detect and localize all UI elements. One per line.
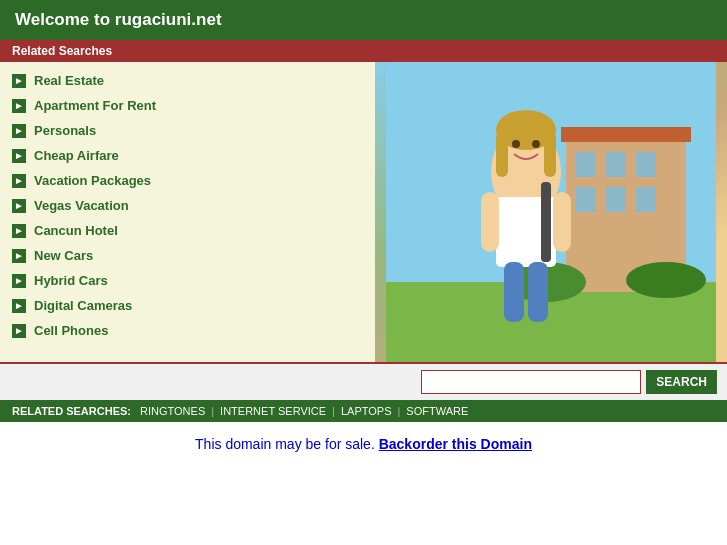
svg-rect-15 [496,132,508,177]
link-item-personals[interactable]: ►Personals [0,118,375,143]
svg-rect-6 [576,187,596,212]
link-bullet-icon: ► [12,249,26,263]
svg-rect-7 [606,187,626,212]
svg-rect-5 [636,152,656,177]
search-input[interactable] [421,370,641,394]
link-bullet-icon: ► [12,224,26,238]
link-text: Cancun Hotel [34,223,118,238]
bottom-related-bar: RELATED SEARCHES: RINGTONES|INTERNET SER… [0,400,727,422]
search-row: SEARCH [0,362,727,400]
link-item-cell-phones[interactable]: ►Cell Phones [0,318,375,343]
link-item-real-estate[interactable]: ►Real Estate [0,68,375,93]
svg-rect-24 [528,262,548,322]
svg-point-17 [512,140,520,148]
header-title: Welcome to rugaciuni.net [15,10,222,29]
link-text: Cheap Airfare [34,148,119,163]
svg-rect-20 [541,182,551,262]
svg-point-11 [626,262,706,298]
svg-rect-23 [504,262,524,322]
link-bullet-icon: ► [12,99,26,113]
hero-illustration [386,62,716,362]
link-bullet-icon: ► [12,299,26,313]
links-column: ►Real Estate►Apartment For Rent►Personal… [0,62,375,362]
link-text: Real Estate [34,73,104,88]
bottom-link-software[interactable]: SOFTWARE [406,405,468,417]
footer: This domain may be for sale. Backorder t… [0,422,727,466]
footer-text: This domain may be for sale. [195,436,375,452]
link-bullet-icon: ► [12,74,26,88]
link-item-hybrid-cars[interactable]: ►Hybrid Cars [0,268,375,293]
svg-rect-4 [606,152,626,177]
bottom-link-laptops[interactable]: LAPTOPS [341,405,392,417]
hero-image-placeholder [375,62,727,362]
link-text: Vegas Vacation [34,198,129,213]
svg-rect-16 [544,132,556,177]
svg-point-18 [532,140,540,148]
separator: | [332,405,335,417]
svg-rect-3 [576,152,596,177]
main-content: ►Real Estate►Apartment For Rent►Personal… [0,62,727,362]
separator: | [211,405,214,417]
link-item-digital-cameras[interactable]: ►Digital Cameras [0,293,375,318]
link-item-new-cars[interactable]: ►New Cars [0,243,375,268]
link-text: Cell Phones [34,323,108,338]
link-item-cancun-hotel[interactable]: ►Cancun Hotel [0,218,375,243]
link-bullet-icon: ► [12,324,26,338]
related-searches-bar: Related Searches [0,40,727,62]
link-item-vacation-packages[interactable]: ►Vacation Packages [0,168,375,193]
link-bullet-icon: ► [12,274,26,288]
link-bullet-icon: ► [12,174,26,188]
link-text: Apartment For Rent [34,98,156,113]
page-header: Welcome to rugaciuni.net [0,0,727,40]
separator: | [397,405,400,417]
link-item-apartment-for-rent[interactable]: ►Apartment For Rent [0,93,375,118]
svg-rect-22 [553,192,571,252]
link-item-vegas-vacation[interactable]: ►Vegas Vacation [0,193,375,218]
backorder-link[interactable]: Backorder this Domain [379,436,532,452]
link-bullet-icon: ► [12,149,26,163]
bottom-link-ringtones[interactable]: RINGTONES [140,405,205,417]
svg-rect-8 [636,187,656,212]
bottom-related-label: RELATED SEARCHES: [12,405,131,417]
related-bar-label: Related Searches [12,44,112,58]
link-item-cheap-airfare[interactable]: ►Cheap Airfare [0,143,375,168]
link-bullet-icon: ► [12,199,26,213]
hero-image [375,62,727,362]
link-text: Hybrid Cars [34,273,108,288]
link-bullet-icon: ► [12,124,26,138]
link-text: New Cars [34,248,93,263]
search-button[interactable]: SEARCH [646,370,717,394]
link-text: Personals [34,123,96,138]
svg-marker-9 [561,127,691,142]
link-text: Digital Cameras [34,298,132,313]
bottom-link-internet-service[interactable]: INTERNET SERVICE [220,405,326,417]
svg-rect-21 [481,192,499,252]
link-text: Vacation Packages [34,173,151,188]
